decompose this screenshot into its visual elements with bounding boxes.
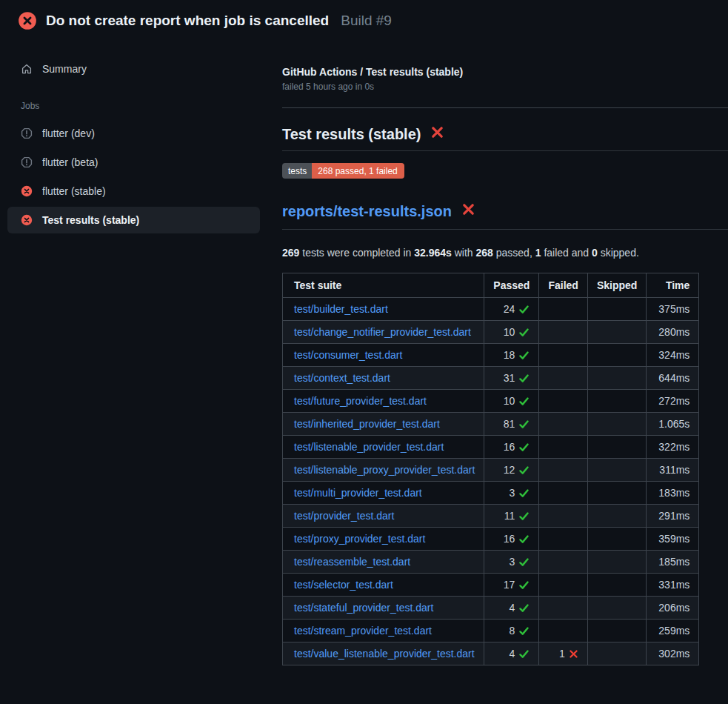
summary-number: 32.964s (414, 247, 452, 259)
report-file-heading[interactable]: reports/test-results.json (282, 202, 728, 230)
build-number: Build #9 (341, 13, 392, 29)
breadcrumb: GitHub Actions / Test results (stable) (282, 66, 728, 78)
job-label: flutter (beta) (42, 156, 98, 168)
passed-cell: 18 (484, 344, 539, 367)
test-suite-link[interactable]: test/stateful_provider_test.dart (294, 602, 433, 614)
failed-cell (539, 620, 587, 642)
cancelled-icon (21, 127, 33, 139)
table-header-row: Test suitePassedFailedSkippedTime (283, 273, 699, 298)
failed-cell (539, 436, 587, 459)
skipped-cell (587, 298, 646, 321)
cross-mark-icon (461, 202, 475, 220)
skipped-cell (587, 528, 646, 551)
time-cell: 185ms (647, 551, 699, 574)
passed-cell: 17 (484, 574, 539, 597)
section-title: Test results (stable) (282, 125, 728, 151)
table-row: test/value_listenable_provider_test.dart… (283, 642, 699, 665)
test-suite-cell: test/context_test.dart (283, 367, 484, 390)
cross-mark-icon (430, 125, 444, 143)
passed-cell: 16 (484, 528, 539, 551)
time-cell: 259ms (647, 620, 699, 642)
test-suite-cell: test/multi_provider_test.dart (283, 482, 484, 505)
test-suite-cell: test/listenable_provider_test.dart (283, 436, 484, 459)
test-suite-link[interactable]: test/inherited_provider_test.dart (294, 418, 440, 430)
section-title-text: Test results (stable) (282, 126, 421, 143)
check-icon (518, 534, 530, 545)
sidebar-item-flutter-stable-[interactable]: flutter (stable) (7, 178, 260, 205)
test-suite-cell: test/builder_test.dart (283, 298, 484, 321)
divider (282, 107, 728, 108)
table-body: test/builder_test.dart24375mstest/change… (283, 298, 699, 665)
sidebar-item-flutter-dev-[interactable]: flutter (dev) (7, 120, 260, 147)
job-label: flutter (dev) (42, 127, 95, 139)
test-suite-link[interactable]: test/provider_test.dart (294, 510, 394, 522)
test-suite-link[interactable]: test/proxy_provider_test.dart (294, 533, 425, 545)
test-suite-cell: test/selector_test.dart (283, 574, 484, 597)
test-suite-link[interactable]: test/change_notifier_provider_test.dart (294, 326, 471, 338)
test-suite-link[interactable]: test/context_test.dart (294, 372, 390, 384)
passed-cell: 10 (484, 390, 539, 413)
run-summary: 269 tests were completed in 32.964s with… (282, 247, 728, 259)
count-value: 10 (504, 326, 515, 338)
job-label: Test results (stable) (42, 214, 139, 226)
test-suite-cell: test/provider_test.dart (283, 505, 484, 528)
skipped-cell (587, 505, 646, 528)
summary-number: 1 (535, 247, 541, 259)
test-suite-link[interactable]: test/multi_provider_test.dart (294, 487, 422, 499)
skipped-cell (587, 642, 646, 665)
table-row: test/stateful_provider_test.dart4206ms (283, 597, 699, 620)
time-cell: 324ms (647, 344, 699, 367)
test-suite-link[interactable]: test/builder_test.dart (294, 303, 388, 315)
count-value: 17 (504, 579, 515, 591)
test-suite-link[interactable]: test/stream_provider_test.dart (294, 625, 432, 637)
check-icon (518, 511, 530, 522)
test-suite-link[interactable]: test/future_provider_test.dart (294, 395, 427, 407)
column-header: Passed (484, 273, 539, 298)
check-icon (518, 557, 530, 568)
sidebar-item-summary[interactable]: Summary (7, 57, 260, 81)
check-icon (518, 396, 530, 407)
test-results-table: Test suitePassedFailedSkippedTime test/b… (282, 273, 699, 665)
report-file-link[interactable]: reports/test-results.json (282, 203, 452, 220)
count-value: 24 (504, 303, 515, 315)
passed-cell: 10 (484, 321, 539, 344)
failed-cell (539, 344, 587, 367)
count-value: 3 (510, 556, 515, 568)
table-row: test/listenable_proxy_provider_test.dart… (283, 459, 699, 482)
test-suite-cell: test/stream_provider_test.dart (283, 620, 484, 642)
test-suite-link[interactable]: test/value_listenable_provider_test.dart (294, 648, 475, 660)
failed-icon (21, 185, 33, 197)
test-suite-link[interactable]: test/consumer_test.dart (294, 349, 402, 361)
passed-cell: 16 (484, 436, 539, 459)
job-label: flutter (stable) (42, 185, 106, 197)
count-value: 3 (510, 487, 515, 499)
check-icon (518, 373, 530, 384)
passed-cell: 3 (484, 551, 539, 574)
jobs-section-label: Jobs (21, 101, 260, 111)
test-suite-link[interactable]: test/selector_test.dart (294, 579, 393, 591)
test-suite-cell: test/change_notifier_provider_test.dart (283, 321, 484, 344)
failed-cell (539, 551, 587, 574)
sidebar-item-test-results-stable-[interactable]: Test results (stable) (7, 207, 260, 233)
count-value: 16 (504, 533, 515, 545)
test-suite-cell: test/proxy_provider_test.dart (283, 528, 484, 551)
run-meta: failed 5 hours ago in 0s (282, 82, 728, 92)
count-value: 11 (504, 510, 515, 522)
count-value: 18 (504, 349, 515, 361)
count-value: 4 (510, 602, 515, 614)
test-suite-cell: test/consumer_test.dart (283, 344, 484, 367)
jobs-list: flutter (dev)flutter (beta)flutter (stab… (7, 120, 260, 233)
failed-circle-icon (18, 11, 37, 30)
skipped-cell (587, 482, 646, 505)
test-suite-link[interactable]: test/reassemble_test.dart (294, 556, 410, 568)
failed-icon (21, 214, 33, 226)
passed-cell: 31 (484, 367, 539, 390)
column-header: Failed (539, 273, 587, 298)
sidebar-item-flutter-beta-[interactable]: flutter (beta) (7, 149, 260, 176)
failed-cell (539, 459, 587, 482)
failed-cell (539, 413, 587, 436)
test-suite-link[interactable]: test/listenable_provider_test.dart (294, 441, 444, 453)
time-cell: 1.065s (647, 413, 699, 436)
summary-text: passed, (493, 247, 535, 259)
test-suite-link[interactable]: test/listenable_proxy_provider_test.dart (294, 464, 475, 476)
